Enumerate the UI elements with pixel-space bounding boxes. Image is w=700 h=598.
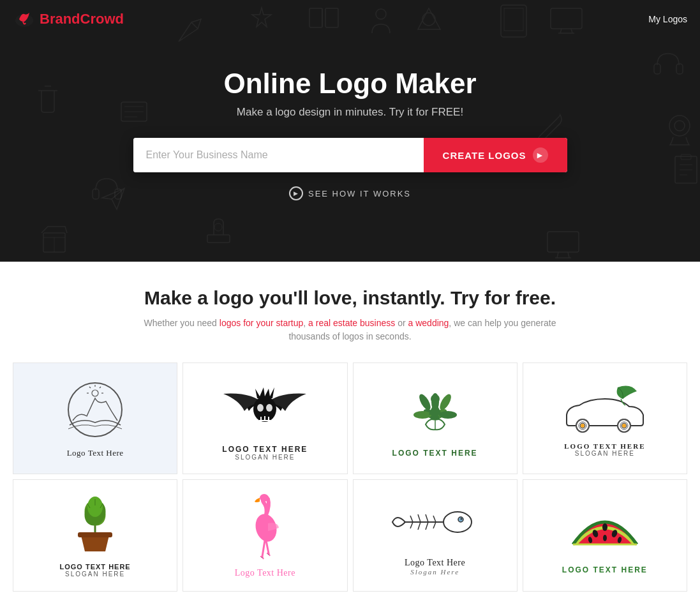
svg-line-72: [433, 522, 436, 528]
svg-line-66: [410, 522, 413, 528]
card-slogan-skull: SLOGAN HERE: [235, 454, 295, 461]
svg-point-32: [266, 404, 272, 412]
watermelon-logo: [563, 497, 646, 560]
svg-line-26: [100, 387, 101, 388]
svg-point-63: [460, 518, 462, 520]
svg-rect-17: [675, 156, 697, 183]
svg-rect-14: [654, 64, 660, 74]
section-title: Make a logo you'll love, instantly. Try …: [13, 287, 687, 309]
svg-point-31: [257, 404, 264, 412]
logo-grid: Logo Text Here LOGO TEXT HERE SLOGAN HER…: [13, 363, 687, 592]
mountain-circle-logo: [54, 379, 137, 443]
svg-rect-19: [43, 233, 65, 252]
business-name-input[interactable]: [133, 138, 424, 172]
skull-wings-logo: [214, 376, 316, 440]
hero-subtitle: Make a logo design in minutes. Try it fo…: [237, 106, 463, 119]
play-icon: ▶: [289, 186, 303, 200]
fishbone-logo: [387, 495, 483, 553]
svg-rect-11: [115, 189, 121, 199]
card-slogan-car: SLOGAN HERE: [575, 450, 635, 457]
svg-line-67: [418, 514, 421, 522]
hero-bg-icons: [0, 0, 700, 262]
svg-point-74: [602, 523, 607, 531]
logo-card-plant[interactable]: LOGO TEXT HERE SLOGAN HERE: [13, 479, 177, 592]
logo-card-fishbone[interactable]: Logo Text Here Slogan Here: [353, 479, 518, 592]
svg-rect-16: [547, 232, 579, 252]
plant-pot-logo: [57, 494, 133, 558]
svg-point-24: [92, 390, 98, 396]
logo-card-watermelon[interactable]: LOGO TEXT HERE: [523, 479, 687, 592]
hero-title: Online Logo Maker: [223, 68, 476, 100]
svg-point-22: [214, 223, 222, 231]
svg-rect-10: [93, 189, 99, 199]
svg-rect-18: [681, 154, 691, 160]
brand-name: BrandCrowd: [40, 11, 124, 27]
main-content: Make a logo you'll love, instantly. Try …: [0, 262, 700, 598]
svg-point-50: [622, 424, 626, 428]
card-text-skull: LOGO TEXT HERE: [222, 445, 308, 454]
flamingo-logo: [233, 493, 297, 563]
card-slogan-plant: SLOGAN HERE: [65, 571, 125, 578]
svg-line-71: [433, 516, 436, 522]
see-how-it-works-link[interactable]: ▶ SEE HOW IT WORKS: [289, 186, 411, 200]
svg-point-61: [443, 512, 472, 532]
hero-form: CREATE LOGOS ►: [133, 138, 567, 172]
svg-point-49: [581, 424, 585, 428]
svg-line-28: [89, 387, 91, 388]
startup-link[interactable]: logos for your startup: [220, 318, 304, 328]
svg-line-68: [418, 522, 421, 530]
logo-card-skull[interactable]: LOGO TEXT HERE SLOGAN HERE: [182, 363, 347, 474]
card-text-plant: LOGO TEXT HERE: [60, 563, 131, 571]
card-text-flamingo: Logo Text Here: [235, 568, 295, 578]
svg-rect-21: [207, 235, 230, 243]
card-text-mountain: Logo Text Here: [67, 448, 124, 458]
svg-point-40: [431, 394, 440, 403]
header: BrandCrowd My Logos: [0, 0, 700, 38]
card-text-car: LOGO TEXT HERE: [564, 442, 645, 450]
svg-line-69: [426, 514, 428, 522]
svg-point-34: [438, 392, 453, 411]
arrow-icon: ►: [533, 147, 548, 163]
hero-section: Online Logo Maker Make a logo design in …: [0, 0, 700, 262]
svg-line-70: [426, 522, 428, 530]
svg-point-23: [68, 383, 122, 437]
svg-point-38: [413, 411, 431, 419]
section-subtitle: Whether you need logos for your startup,…: [127, 317, 574, 343]
real-estate-link[interactable]: a real estate business: [308, 318, 395, 328]
svg-point-60: [260, 494, 269, 502]
svg-line-65: [410, 516, 413, 522]
svg-point-13: [674, 121, 685, 131]
card-text-leaf: LOGO TEXT HERE: [392, 449, 478, 458]
leaf-person-logo: [391, 380, 480, 444]
create-logos-button[interactable]: CREATE LOGOS ►: [424, 138, 567, 172]
wedding-link[interactable]: a wedding: [408, 318, 449, 328]
card-text-fishbone: Logo Text Here: [405, 558, 465, 568]
svg-point-39: [439, 411, 457, 419]
svg-rect-51: [78, 532, 112, 537]
svg-point-35: [417, 392, 432, 411]
logo-card-car[interactable]: LOGO TEXT HERE SLOGAN HERE: [523, 363, 687, 474]
brand-logo[interactable]: BrandCrowd: [13, 8, 124, 31]
brand-icon: [13, 8, 36, 31]
car-leaf-logo: [554, 380, 656, 437]
logo-card-mountain[interactable]: Logo Text Here: [13, 363, 177, 474]
svg-rect-15: [676, 64, 683, 74]
card-slogan-fishbone: Slogan Here: [410, 568, 459, 576]
logo-card-leaf-person[interactable]: LOGO TEXT HERE: [353, 363, 518, 474]
svg-point-78: [603, 535, 607, 541]
card-text-watermelon: LOGO TEXT HERE: [562, 565, 648, 574]
svg-rect-20: [121, 102, 147, 121]
logo-card-flamingo[interactable]: Logo Text Here: [182, 479, 347, 592]
svg-point-12: [669, 116, 690, 136]
my-logos-link[interactable]: My Logos: [648, 14, 687, 24]
